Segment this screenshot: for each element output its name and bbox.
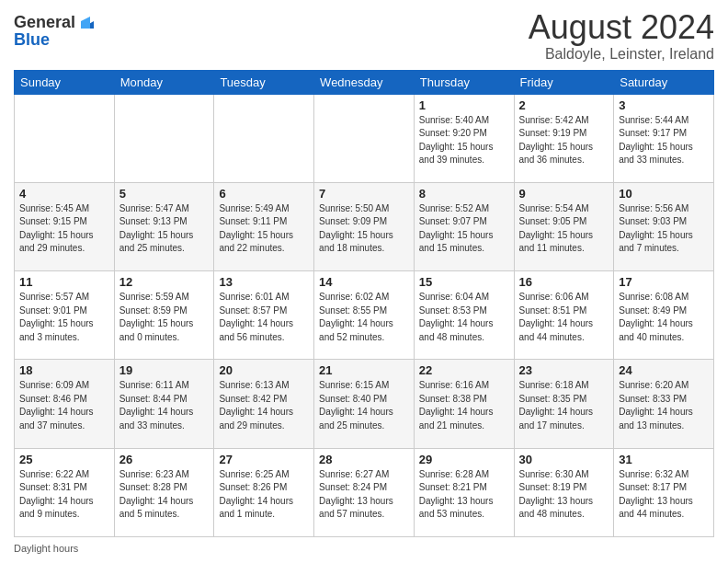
calendar-cell: 25Sunrise: 6:22 AM Sunset: 8:31 PM Dayli…: [15, 448, 115, 536]
header: General Blue August 2024 Baldoyle, Leins…: [14, 9, 714, 63]
day-number: 7: [319, 187, 409, 201]
page: General Blue August 2024 Baldoyle, Leins…: [0, 0, 728, 563]
calendar-cell: 31Sunrise: 6:32 AM Sunset: 8:17 PM Dayli…: [614, 448, 714, 536]
calendar-cell: 13Sunrise: 6:01 AM Sunset: 8:57 PM Dayli…: [214, 271, 314, 360]
day-info: Sunrise: 6:27 AM Sunset: 8:24 PM Dayligh…: [319, 468, 409, 522]
day-info: Sunrise: 5:56 AM Sunset: 9:03 PM Dayligh…: [619, 202, 709, 256]
logo-icon: [77, 12, 97, 32]
day-number: 23: [519, 363, 609, 377]
day-info: Sunrise: 6:22 AM Sunset: 8:31 PM Dayligh…: [19, 468, 109, 522]
calendar-day-header: Wednesday: [314, 70, 415, 94]
calendar-cell: 26Sunrise: 6:23 AM Sunset: 8:28 PM Dayli…: [114, 448, 214, 536]
day-number: 14: [319, 275, 409, 289]
day-info: Sunrise: 5:49 AM Sunset: 9:11 PM Dayligh…: [219, 202, 309, 256]
day-info: Sunrise: 6:02 AM Sunset: 8:55 PM Dayligh…: [319, 291, 409, 344]
calendar-cell: 22Sunrise: 6:16 AM Sunset: 8:38 PM Dayli…: [414, 360, 514, 448]
day-info: Sunrise: 6:32 AM Sunset: 8:17 PM Dayligh…: [619, 468, 709, 522]
calendar-cell: 12Sunrise: 5:59 AM Sunset: 8:59 PM Dayli…: [114, 271, 214, 360]
day-number: 3: [619, 98, 709, 112]
calendar-cell: [314, 94, 415, 182]
calendar-cell: 28Sunrise: 6:27 AM Sunset: 8:24 PM Dayli…: [314, 448, 415, 536]
main-title: August 2024: [529, 9, 714, 46]
day-number: 22: [419, 363, 509, 377]
day-number: 25: [19, 453, 109, 466]
day-info: Sunrise: 5:44 AM Sunset: 9:17 PM Dayligh…: [619, 114, 709, 167]
calendar-day-header: Tuesday: [214, 70, 314, 94]
calendar-cell: 7Sunrise: 5:50 AM Sunset: 9:09 PM Daylig…: [314, 182, 415, 270]
calendar-week-row: 11Sunrise: 5:57 AM Sunset: 9:01 PM Dayli…: [15, 271, 714, 360]
day-number: 19: [119, 363, 210, 377]
daylight-label: Daylight hours: [14, 543, 78, 554]
day-info: Sunrise: 6:28 AM Sunset: 8:21 PM Dayligh…: [419, 468, 509, 522]
title-block: August 2024 Baldoyle, Leinster, Ireland: [529, 9, 714, 63]
calendar-cell: 3Sunrise: 5:44 AM Sunset: 9:17 PM Daylig…: [614, 94, 714, 182]
day-info: Sunrise: 5:52 AM Sunset: 9:07 PM Dayligh…: [419, 202, 509, 256]
calendar-day-header: Sunday: [15, 70, 115, 94]
calendar-day-header: Saturday: [614, 70, 714, 94]
calendar-week-row: 18Sunrise: 6:09 AM Sunset: 8:46 PM Dayli…: [15, 360, 714, 448]
day-info: Sunrise: 5:42 AM Sunset: 9:19 PM Dayligh…: [519, 114, 609, 167]
calendar-cell: 21Sunrise: 6:15 AM Sunset: 8:40 PM Dayli…: [314, 360, 415, 448]
day-number: 13: [219, 275, 309, 289]
day-number: 20: [219, 363, 309, 377]
day-info: Sunrise: 5:50 AM Sunset: 9:09 PM Dayligh…: [319, 202, 409, 256]
day-number: 18: [19, 363, 109, 377]
day-number: 17: [619, 275, 709, 289]
day-info: Sunrise: 6:16 AM Sunset: 8:38 PM Dayligh…: [419, 379, 509, 432]
calendar-cell: 16Sunrise: 6:06 AM Sunset: 8:51 PM Dayli…: [514, 271, 614, 360]
day-number: 10: [619, 187, 709, 201]
day-number: 1: [419, 98, 509, 112]
day-number: 31: [619, 453, 709, 466]
day-number: 8: [419, 187, 509, 201]
day-info: Sunrise: 6:15 AM Sunset: 8:40 PM Dayligh…: [319, 379, 409, 432]
calendar-cell: 2Sunrise: 5:42 AM Sunset: 9:19 PM Daylig…: [514, 94, 614, 182]
calendar-cell: 8Sunrise: 5:52 AM Sunset: 9:07 PM Daylig…: [414, 182, 514, 270]
calendar-cell: [214, 94, 314, 182]
calendar-header-row: SundayMondayTuesdayWednesdayThursdayFrid…: [15, 70, 714, 94]
day-info: Sunrise: 6:18 AM Sunset: 8:35 PM Dayligh…: [519, 379, 609, 432]
day-info: Sunrise: 6:13 AM Sunset: 8:42 PM Dayligh…: [219, 379, 309, 432]
day-info: Sunrise: 5:57 AM Sunset: 9:01 PM Dayligh…: [19, 291, 109, 344]
day-number: 26: [119, 453, 210, 466]
calendar-cell: 15Sunrise: 6:04 AM Sunset: 8:53 PM Dayli…: [414, 271, 514, 360]
calendar-day-header: Monday: [114, 70, 214, 94]
day-info: Sunrise: 5:54 AM Sunset: 9:05 PM Dayligh…: [519, 202, 609, 256]
calendar-cell: 11Sunrise: 5:57 AM Sunset: 9:01 PM Dayli…: [15, 271, 115, 360]
day-info: Sunrise: 5:47 AM Sunset: 9:13 PM Dayligh…: [119, 202, 210, 256]
calendar-cell: 10Sunrise: 5:56 AM Sunset: 9:03 PM Dayli…: [614, 182, 714, 270]
day-info: Sunrise: 6:30 AM Sunset: 8:19 PM Dayligh…: [519, 468, 609, 522]
day-info: Sunrise: 6:20 AM Sunset: 8:33 PM Dayligh…: [619, 379, 709, 432]
calendar-day-header: Friday: [514, 70, 614, 94]
day-number: 9: [519, 187, 609, 201]
day-number: 24: [619, 363, 709, 377]
calendar-cell: 19Sunrise: 6:11 AM Sunset: 8:44 PM Dayli…: [114, 360, 214, 448]
logo-blue-text: Blue: [14, 30, 97, 50]
day-number: 16: [519, 275, 609, 289]
day-info: Sunrise: 6:23 AM Sunset: 8:28 PM Dayligh…: [119, 468, 210, 522]
subtitle: Baldoyle, Leinster, Ireland: [529, 46, 714, 63]
calendar-cell: 1Sunrise: 5:40 AM Sunset: 9:20 PM Daylig…: [414, 94, 514, 182]
day-number: 21: [319, 363, 409, 377]
day-number: 6: [219, 187, 309, 201]
calendar-cell: 14Sunrise: 6:02 AM Sunset: 8:55 PM Dayli…: [314, 271, 415, 360]
day-info: Sunrise: 6:09 AM Sunset: 8:46 PM Dayligh…: [19, 379, 109, 432]
calendar-cell: 24Sunrise: 6:20 AM Sunset: 8:33 PM Dayli…: [614, 360, 714, 448]
calendar-cell: 5Sunrise: 5:47 AM Sunset: 9:13 PM Daylig…: [114, 182, 214, 270]
svg-marker-1: [81, 17, 90, 29]
calendar-cell: 20Sunrise: 6:13 AM Sunset: 8:42 PM Dayli…: [214, 360, 314, 448]
day-number: 27: [219, 453, 309, 466]
calendar-cell: 4Sunrise: 5:45 AM Sunset: 9:15 PM Daylig…: [15, 182, 115, 270]
calendar-cell: 27Sunrise: 6:25 AM Sunset: 8:26 PM Dayli…: [214, 448, 314, 536]
calendar-cell: 17Sunrise: 6:08 AM Sunset: 8:49 PM Dayli…: [614, 271, 714, 360]
day-info: Sunrise: 6:25 AM Sunset: 8:26 PM Dayligh…: [219, 468, 309, 522]
day-info: Sunrise: 6:01 AM Sunset: 8:57 PM Dayligh…: [219, 291, 309, 344]
logo-general-text: General: [14, 13, 75, 32]
day-info: Sunrise: 6:06 AM Sunset: 8:51 PM Dayligh…: [519, 291, 609, 344]
day-info: Sunrise: 6:11 AM Sunset: 8:44 PM Dayligh…: [119, 379, 210, 432]
logo: General Blue: [14, 13, 97, 50]
day-number: 15: [419, 275, 509, 289]
day-info: Sunrise: 6:04 AM Sunset: 8:53 PM Dayligh…: [419, 291, 509, 344]
calendar-cell: 29Sunrise: 6:28 AM Sunset: 8:21 PM Dayli…: [414, 448, 514, 536]
calendar-cell: 9Sunrise: 5:54 AM Sunset: 9:05 PM Daylig…: [514, 182, 614, 270]
day-number: 5: [119, 187, 210, 201]
